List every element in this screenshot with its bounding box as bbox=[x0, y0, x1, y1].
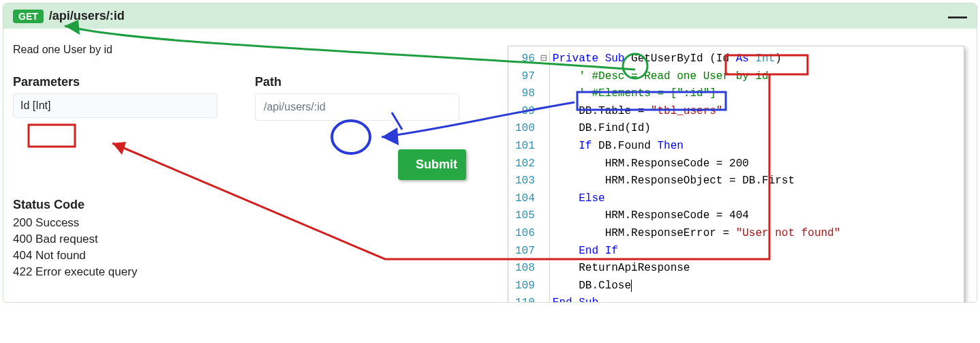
status-code-block: Status Code 200 Success400 Bad request40… bbox=[13, 198, 504, 282]
status-code-item: 404 Not found bbox=[13, 249, 504, 263]
code-editor-panel[interactable]: 9697989910010110210310410510610710810911… bbox=[508, 46, 964, 303]
left-column: Read one User by id Parameters Id [Int] … bbox=[13, 44, 504, 282]
status-code-list: 200 Success400 Bad request404 Not found4… bbox=[13, 216, 504, 279]
path-block: Path Submit bbox=[255, 75, 466, 180]
line-number-gutter: 9697989910010110210310410510610710810911… bbox=[508, 50, 540, 303]
code-content[interactable]: Private Sub GetUserById (Id As Int) ' #D… bbox=[550, 50, 840, 303]
status-code-item: 400 Bad request bbox=[13, 233, 504, 246]
endpoint-path: /api/users/:id bbox=[49, 9, 125, 23]
fold-column[interactable]: ⊟ bbox=[540, 50, 550, 303]
parameter-item: Id [Int] bbox=[13, 93, 217, 118]
parameters-label: Parameters bbox=[13, 75, 255, 89]
status-code-item: 422 Error execute query bbox=[13, 265, 504, 279]
collapse-icon[interactable]: — bbox=[948, 13, 967, 20]
api-endpoint-panel: GET /api/users/:id — Read one User by id… bbox=[3, 3, 977, 303]
parameters-block: Parameters Id [Int] bbox=[13, 75, 255, 180]
status-code-item: 200 Success bbox=[13, 216, 504, 230]
path-label: Path bbox=[255, 75, 466, 89]
path-input[interactable] bbox=[255, 93, 459, 121]
endpoint-header[interactable]: GET /api/users/:id — bbox=[3, 3, 977, 29]
status-code-label: Status Code bbox=[13, 198, 504, 212]
endpoint-description: Read one User by id bbox=[13, 44, 504, 56]
http-method-badge: GET bbox=[13, 10, 44, 23]
submit-button[interactable]: Submit bbox=[398, 149, 466, 180]
